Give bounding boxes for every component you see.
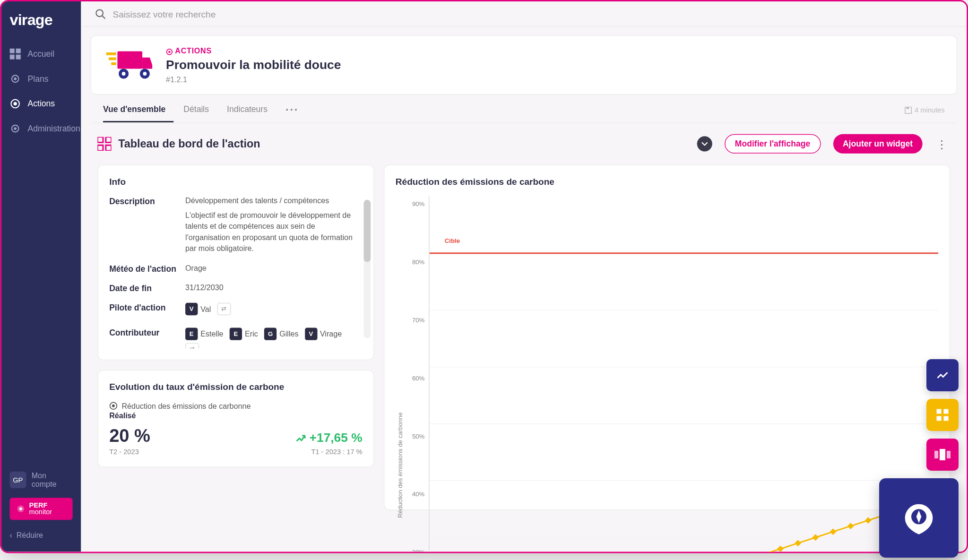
compass-icon [900, 499, 938, 537]
trend-up-icon [295, 432, 306, 443]
svg-point-9 [14, 127, 17, 130]
collapse-sidebar[interactable]: ‹ Réduire [9, 526, 72, 545]
tab-details[interactable]: Détails [183, 97, 217, 122]
svg-rect-65 [847, 523, 854, 529]
info-value-fin: 31/12/2030 [185, 283, 357, 293]
svg-point-16 [122, 72, 126, 76]
target-icon [9, 98, 20, 109]
chart-y-ticks: 90%80%70%60%50%40%30%20%10%0% [405, 196, 429, 551]
tab-overview[interactable]: Vue d'ensemble [103, 97, 174, 122]
gear-icon [9, 123, 20, 134]
search-input[interactable] [112, 9, 953, 19]
svg-rect-28 [97, 145, 103, 151]
add-person-button[interactable]: ⇄ [185, 343, 199, 348]
svg-rect-93 [947, 451, 951, 458]
svg-rect-0 [9, 48, 14, 53]
trend-icon [936, 369, 949, 382]
evolution-subtitle: Réduction des émissions de carbonne [109, 402, 362, 410]
nav-plans[interactable]: Plans [1, 66, 81, 91]
svg-rect-91 [934, 451, 938, 458]
account-label: Mon compte [32, 472, 73, 488]
evolution-change: +17,65 % [295, 431, 362, 445]
svg-rect-14 [117, 52, 142, 69]
floating-actions [879, 359, 959, 558]
fab-compass[interactable] [879, 478, 959, 558]
avatar: GP [9, 472, 26, 488]
tab-more[interactable]: ··· [285, 103, 299, 116]
gear-icon [9, 73, 20, 84]
info-value-meteo: Orage [185, 264, 357, 274]
chart-card: Réduction des émissions de carbone Réduc… [384, 164, 950, 510]
nav: Accueil Plans Actions Administration [1, 42, 81, 461]
evolution-value: 20 % [109, 425, 150, 447]
card-title: Info [109, 176, 357, 187]
dashboard-icon [9, 48, 20, 59]
info-label-fin: Date de fin [109, 283, 185, 293]
fab-grid[interactable] [926, 399, 959, 431]
collapse-widgets[interactable] [697, 136, 712, 151]
perf-icon [17, 505, 25, 513]
save-icon [904, 106, 912, 114]
person-chip: EEstelle [185, 327, 224, 340]
info-label-meteo: Météo de l'action [109, 264, 185, 274]
svg-point-18 [143, 72, 147, 76]
info-label-description: Description [109, 196, 185, 254]
nav-administration[interactable]: Administration [1, 116, 81, 141]
dashboard-title: Tableau de bord de l'action [118, 138, 690, 150]
nav-actions[interactable]: Actions [1, 91, 81, 116]
nav-accueil[interactable]: Accueil [1, 42, 81, 67]
chevron-down-icon [701, 140, 708, 147]
svg-line-13 [103, 16, 105, 19]
tabs: Vue d'ensemble Détails Indicateurs ··· 4… [91, 97, 957, 123]
svg-rect-90 [944, 416, 949, 421]
card-title: Réduction des émissions de carbone [396, 176, 938, 187]
chevron-left-icon: ‹ [9, 531, 12, 540]
svg-rect-88 [944, 409, 949, 414]
modify-display-button[interactable]: Modifier l'affichage [725, 134, 821, 154]
svg-rect-92 [940, 449, 945, 460]
nav-label: Accueil [28, 49, 55, 59]
svg-rect-63 [812, 534, 819, 541]
evolution-realised-label: Réalisé [109, 411, 362, 420]
target-small-icon [166, 48, 173, 55]
person-chip: GGilles [264, 327, 298, 340]
svg-rect-29 [106, 145, 112, 151]
header-eyebrow: ACTIONS [166, 47, 341, 55]
svg-rect-66 [865, 517, 872, 524]
add-widget-button[interactable]: Ajouter un widget [833, 134, 922, 154]
brand-logo: virage [1, 1, 81, 42]
info-label-pilote: Pilote d'action [109, 302, 185, 318]
person-chip: EEric [230, 327, 258, 340]
svg-rect-26 [97, 137, 103, 143]
carousel-icon [934, 448, 951, 462]
nav-label: Actions [28, 99, 55, 108]
dashboard-header: Tableau de bord de l'action Modifier l'a… [81, 123, 967, 164]
last-updated: 4 minutes [904, 106, 944, 114]
svg-point-7 [14, 102, 17, 105]
svg-rect-62 [795, 540, 801, 546]
info-label-contrib: Contributeur [109, 327, 185, 348]
account-link[interactable]: GP Mon compte [9, 467, 72, 492]
series-label-cible: Cible [445, 237, 460, 244]
chart-plot: Cible Trajectoire cible Réalisé [429, 196, 938, 551]
info-card: Info Description Développement des talen… [97, 164, 374, 360]
dashboard-menu[interactable]: ⋮ [929, 137, 950, 150]
scrollbar-thumb[interactable] [364, 200, 371, 262]
fab-trend[interactable] [926, 359, 959, 391]
main-content: ACTIONS Promouvoir la mobilité douce #1.… [81, 1, 967, 552]
action-ref: #1.2.1 [166, 75, 341, 84]
svg-point-31 [112, 405, 115, 407]
svg-rect-60 [760, 551, 766, 551]
scrollbar[interactable] [364, 200, 371, 338]
add-person-button[interactable]: ⇄ [217, 302, 231, 315]
tab-indicators[interactable]: Indicateurs [227, 97, 276, 122]
fab-carousel[interactable] [926, 439, 959, 471]
svg-point-5 [14, 78, 17, 80]
evolution-card: Evolution du taux d'émission de carbone … [97, 370, 374, 467]
perf-monitor-badge[interactable]: PERF monitor [9, 498, 72, 520]
svg-rect-25 [906, 107, 908, 109]
svg-rect-3 [16, 55, 21, 60]
description-body: L'objectif est de promouvoir le développ… [185, 210, 357, 254]
svg-point-23 [168, 51, 170, 52]
svg-point-11 [19, 508, 22, 510]
